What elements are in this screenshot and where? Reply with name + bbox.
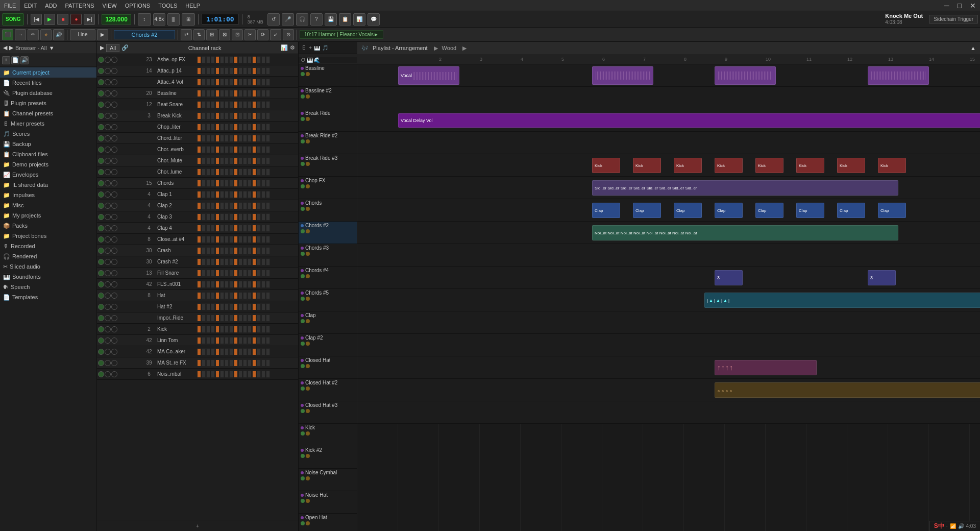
- channel-row-ma-st..re-fx[interactable]: 39 MA St..re FX: [97, 357, 298, 369]
- pad-8[interactable]: [234, 202, 238, 209]
- pad-3[interactable]: [211, 247, 215, 254]
- pad-12[interactable]: [252, 281, 256, 288]
- pad-8[interactable]: [234, 90, 238, 97]
- pad-14[interactable]: [261, 101, 265, 108]
- pad-1[interactable]: [202, 135, 206, 142]
- pad-6[interactable]: [225, 79, 229, 86]
- pad-5[interactable]: [220, 371, 224, 378]
- pad-15[interactable]: [266, 258, 270, 266]
- pad-11[interactable]: [248, 146, 252, 153]
- pad-8[interactable]: [234, 124, 238, 131]
- browser-item-recent-files[interactable]: 📄Recent files: [0, 78, 96, 88]
- pad-2[interactable]: [206, 191, 210, 198]
- tool-btn-headphone[interactable]: 🎧: [296, 13, 308, 26]
- pad-6[interactable]: [225, 202, 229, 209]
- mixer-ch-closed-hat-2[interactable]: Closed Hat #2: [299, 379, 357, 401]
- track-lane-rev-clap[interactable]: ↑↑↑↑: [357, 356, 980, 379]
- pad-0[interactable]: [197, 56, 201, 63]
- mixer-ch-break-ride-3[interactable]: Break Ride #3: [299, 154, 357, 177]
- stamp-btn[interactable]: →: [15, 29, 26, 40]
- mixer-ch-chop-fx[interactable]: Chop FX: [299, 177, 357, 199]
- clip-clap-3[interactable]: Clap: [674, 203, 702, 218]
- pad-4[interactable]: [215, 157, 219, 164]
- pad-6[interactable]: [225, 359, 229, 367]
- browser-item-my-projects[interactable]: 📁My projects: [0, 210, 96, 221]
- pad-13[interactable]: [257, 236, 261, 243]
- mixer-ch-closed-hat[interactable]: Closed Hat: [299, 356, 357, 379]
- pad-8[interactable]: [234, 270, 238, 277]
- pad-11[interactable]: [248, 258, 252, 266]
- pad-11[interactable]: [248, 90, 252, 97]
- pad-1[interactable]: [202, 359, 206, 367]
- ch-pan[interactable]: [111, 349, 117, 355]
- pad-3[interactable]: [211, 337, 215, 344]
- pad-11[interactable]: [248, 371, 252, 378]
- tool-btn-mic[interactable]: 🎤: [282, 13, 294, 26]
- ch-name[interactable]: MA St..re FX: [155, 360, 196, 366]
- pad-8[interactable]: [234, 101, 238, 108]
- ch-name[interactable]: Fill Snare: [155, 270, 196, 276]
- channel-row-impor..ride[interactable]: Impor..Ride: [97, 312, 298, 324]
- pad-6[interactable]: [225, 101, 229, 108]
- pad-11[interactable]: [248, 56, 252, 63]
- pad-12[interactable]: [252, 157, 256, 164]
- pad-2[interactable]: [206, 247, 210, 254]
- clip-kick-3[interactable]: Kick: [674, 158, 702, 173]
- pad-12[interactable]: [252, 270, 256, 277]
- pad-15[interactable]: [266, 303, 270, 310]
- pad-1[interactable]: [202, 146, 206, 153]
- pad-14[interactable]: [261, 337, 265, 344]
- pad-6[interactable]: [225, 247, 229, 254]
- pad-8[interactable]: [234, 337, 238, 344]
- browser-item-project-bones[interactable]: 📁Project bones: [0, 231, 96, 241]
- pad-15[interactable]: [266, 225, 270, 232]
- pad-14[interactable]: [261, 359, 265, 367]
- pad-15[interactable]: [266, 348, 270, 355]
- ch-mute[interactable]: [98, 281, 104, 287]
- pad-15[interactable]: [266, 371, 270, 378]
- tool-btn-7[interactable]: 📊: [353, 13, 365, 26]
- pad-0[interactable]: [197, 371, 201, 378]
- ch-pan[interactable]: [111, 360, 117, 366]
- minimize-btn[interactable]: ─: [940, 0, 953, 11]
- pad-5[interactable]: [220, 157, 224, 164]
- browser-file-btn[interactable]: 📄: [11, 56, 19, 64]
- ch-solo[interactable]: [105, 79, 111, 85]
- pad-4[interactable]: [215, 79, 219, 86]
- pad-4[interactable]: [215, 213, 219, 221]
- channel-row-chords[interactable]: 15 Chords: [97, 178, 298, 189]
- ch-mute[interactable]: [98, 135, 104, 141]
- pad-12[interactable]: [252, 67, 256, 75]
- browser-item-envelopes[interactable]: 📈Envelopes: [0, 170, 96, 180]
- mix-solo-dot[interactable]: [306, 94, 310, 99]
- pad-13[interactable]: [257, 247, 261, 254]
- pad-9[interactable]: [238, 101, 242, 108]
- browser-item-demo-projects[interactable]: 📁Demo projects: [0, 159, 96, 170]
- channel-row-beat-snare[interactable]: 12 Beat Snare: [97, 99, 298, 110]
- mixer-ch-chords-4[interactable]: Chords #4: [299, 267, 357, 289]
- pad-3[interactable]: [211, 326, 215, 333]
- pad-9[interactable]: [238, 112, 242, 119]
- pad-10[interactable]: [243, 124, 247, 131]
- pad-8[interactable]: [234, 135, 238, 142]
- ch-mute[interactable]: [98, 259, 104, 265]
- next-btn[interactable]: ▶|: [84, 14, 95, 25]
- pad-7[interactable]: [229, 56, 233, 63]
- pad-3[interactable]: [211, 315, 215, 322]
- pad-9[interactable]: [238, 359, 242, 367]
- draw-btn[interactable]: ⬛: [2, 29, 13, 40]
- browser-forward[interactable]: ▶: [9, 44, 13, 51]
- pad-1[interactable]: [202, 202, 206, 209]
- pad-5[interactable]: [220, 213, 224, 221]
- mode-btn-1[interactable]: ↕: [138, 13, 151, 26]
- mix-mute-dot[interactable]: [301, 274, 305, 278]
- mix-solo-dot[interactable]: [306, 184, 310, 188]
- play-btn[interactable]: ▶: [44, 14, 55, 25]
- pad-6[interactable]: [225, 225, 229, 232]
- pad-3[interactable]: [211, 303, 215, 310]
- pad-5[interactable]: [220, 292, 224, 299]
- pad-7[interactable]: [229, 135, 233, 142]
- mix-mute-dot[interactable]: [301, 364, 305, 368]
- pad-10[interactable]: [243, 337, 247, 344]
- pad-7[interactable]: [229, 348, 233, 355]
